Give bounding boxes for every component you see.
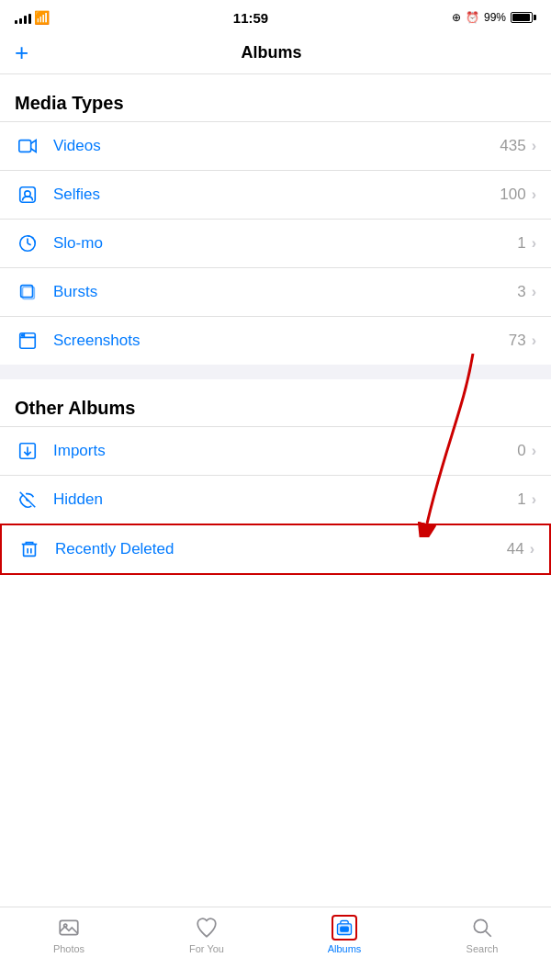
lock-icon: ⊕ [452, 11, 461, 24]
selfie-icon [15, 182, 40, 208]
selfies-count: 100 [500, 186, 525, 204]
slomo-count: 1 [517, 234, 525, 253]
list-item-screenshots[interactable]: Screenshots 73 › [0, 316, 551, 365]
section-spacer [0, 365, 551, 379]
svg-rect-11 [60, 920, 78, 934]
screenshots-chevron: › [532, 332, 536, 349]
list-item-videos[interactable]: Videos 435 › [0, 121, 551, 170]
bursts-chevron: › [532, 284, 536, 300]
tab-photos[interactable]: Photos [0, 915, 138, 954]
bursts-label: Bursts [53, 283, 517, 301]
recently-deleted-count: 44 [507, 540, 524, 558]
hidden-count: 1 [517, 490, 525, 509]
wifi-icon: 📶 [34, 10, 50, 25]
svg-rect-10 [24, 545, 36, 557]
status-time: 11:59 [233, 10, 268, 26]
bursts-icon [15, 279, 40, 305]
page-title: Albums [242, 43, 302, 62]
battery-icon [511, 12, 536, 23]
trash-icon [17, 536, 42, 562]
tab-search[interactable]: Search [413, 915, 551, 954]
status-right-area: ⊕ ⏰ 99% [452, 11, 536, 24]
slomo-chevron: › [532, 235, 536, 252]
list-item-bursts[interactable]: Bursts 3 › [0, 267, 551, 316]
tab-for-you[interactable]: For You [138, 915, 276, 954]
list-item-imports[interactable]: Imports 0 › [0, 426, 551, 475]
list-item-slomo[interactable]: Slo-mo 1 › [0, 219, 551, 267]
for-you-tab-icon [194, 915, 219, 941]
section-header-media-types: Media Types [0, 74, 551, 121]
selfies-label: Selfies [53, 186, 500, 204]
selfies-chevron: › [532, 186, 536, 203]
photos-tab-label: Photos [53, 943, 84, 954]
tab-albums[interactable]: Albums [276, 915, 413, 954]
recently-deleted-label: Recently Deleted [55, 540, 507, 558]
imports-chevron: › [532, 443, 536, 459]
list-item-recently-deleted[interactable]: Recently Deleted 44 › [0, 524, 551, 575]
add-button[interactable]: + [15, 40, 28, 64]
for-you-tab-label: For You [189, 943, 224, 954]
videos-count: 435 [500, 137, 525, 155]
imports-count: 0 [517, 442, 525, 460]
screenshots-icon [15, 328, 40, 354]
hidden-chevron: › [532, 491, 536, 508]
svg-rect-0 [19, 141, 31, 152]
list-item-hidden[interactable]: Hidden 1 › [0, 475, 551, 524]
imports-label: Imports [53, 442, 517, 460]
albums-tab-icon [332, 915, 357, 941]
section-header-other-albums: Other Albums [0, 379, 551, 426]
screenshots-count: 73 [509, 332, 526, 350]
svg-rect-15 [341, 927, 348, 931]
battery-percent: 99% [484, 11, 506, 24]
videos-label: Videos [53, 137, 500, 155]
bursts-count: 3 [517, 283, 525, 301]
videos-chevron: › [532, 138, 536, 154]
hidden-icon [15, 487, 40, 513]
search-tab-icon [469, 915, 495, 941]
signal-bars [15, 12, 31, 24]
screenshots-label: Screenshots [53, 332, 509, 350]
status-bar: 📶 11:59 ⊕ ⏰ 99% [0, 0, 551, 33]
slomo-icon [15, 231, 40, 256]
slomo-label: Slo-mo [53, 234, 517, 253]
recently-deleted-chevron: › [530, 541, 534, 558]
svg-point-16 [474, 919, 487, 932]
search-tab-label: Search [467, 943, 499, 954]
video-icon [15, 133, 40, 159]
list-item-selfies[interactable]: Selfies 100 › [0, 170, 551, 219]
photos-tab-icon [56, 915, 82, 941]
imports-icon [15, 438, 40, 464]
tab-bar: Photos For You Albums S [0, 907, 551, 980]
signal-area: 📶 [15, 10, 50, 25]
hidden-label: Hidden [53, 490, 517, 509]
alarm-icon: ⏰ [466, 11, 479, 24]
albums-tab-label: Albums [328, 943, 362, 954]
nav-bar: + Albums [0, 33, 551, 74]
svg-point-7 [22, 334, 24, 336]
content-area: Media Types Videos 435 › Selfies 100 › [0, 74, 551, 658]
